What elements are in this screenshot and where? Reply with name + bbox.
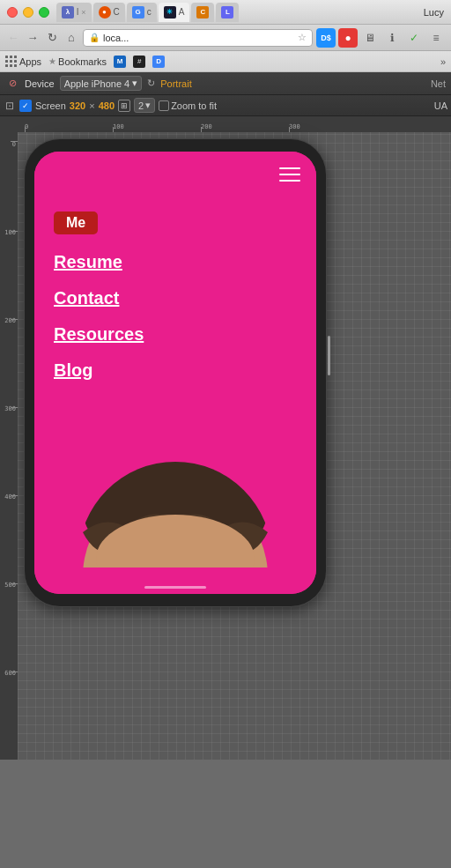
tab-1[interactable]: λ l × [56,3,92,22]
tab-6[interactable]: L [216,3,239,22]
bookmark-star-icon: ★ [48,56,56,66]
portrait-label: Portrait [160,78,191,89]
toolbar-shield-icon[interactable]: ✓ [404,28,424,48]
apps-label: Apps [19,56,41,67]
toolbar-info-icon[interactable]: ℹ [382,28,402,48]
device-label: Device [25,78,55,89]
screen-height[interactable]: 480 [99,100,115,111]
title-bar: λ l × ● C G c ✳ A C L Lucy [0,0,451,25]
phone-frame: Me Resume Contact Resources Blog [25,139,451,606]
dpr-dropdown-icon: ▾ [145,100,151,111]
zoom-label: Zoom to fit [171,100,217,111]
apps-grid-icon [5,56,18,68]
controls-bar: ⊡ ✓ Screen 320 × 480 ⊞ 2 ▾ Zoom to fit U… [0,95,451,116]
tab-5-icon: C [196,6,209,19]
h-ruler-200: 200 [201,123,212,130]
url-bar: ← → ↻ ⌂ 🔒 loca... ☆ D$ ● 🖥 ℹ ✓ ≡ [0,25,451,51]
device-select[interactable]: Apple iPhone 4 ▾ [60,76,143,91]
bm-blue-icon: M [114,56,126,68]
url-lock-icon: 🔒 [89,33,100,42]
portrait-svg [78,462,272,568]
back-button[interactable]: ← [5,30,21,46]
site-content: Me Resume Contact Resources Blog [34,152,316,594]
bm-hash-icon: # [133,56,145,68]
bookmarks-dash[interactable]: D [152,56,165,68]
dpr-value: 2 [138,100,144,111]
rotate-icon[interactable]: ↻ [147,78,155,89]
devtools-bar: ⊘ Device Apple iPhone 4 ▾ ↻ Portrait Net [0,72,451,95]
devtools-no-entry-icon[interactable]: ⊘ [5,77,19,91]
tab-4-icon: ✳ [164,6,176,19]
portrait-image [78,462,272,568]
toolbar-icons: D$ ● 🖥 ℹ ✓ ≡ [316,28,446,48]
reload-button[interactable]: ↻ [44,30,60,46]
url-field[interactable]: 🔒 loca... ☆ [83,29,313,47]
tab-1-icon: λ [62,6,74,19]
tab-1-close[interactable]: × [81,8,85,17]
tab-6-icon: L [221,6,233,19]
hamburger-line-3 [279,180,300,182]
nav-link-blog[interactable]: Blog [54,360,144,381]
nav-link-resources[interactable]: Resources [54,324,144,345]
zoom-icon[interactable]: ⊞ [118,100,130,112]
tab-strip: λ l × ● C G c ✳ A C L [56,3,239,22]
device-value: Apple iPhone 4 [64,78,130,89]
screen-label: Screen [35,100,66,111]
tab-2-icon: ● [99,6,111,19]
device-dropdown-icon: ▾ [132,78,137,89]
toolbar-das-icon[interactable]: D$ [316,28,336,48]
viewport-wrapper: 0 100 200 300 400 500 600 0 100 200 [0,116,451,760]
zoom-to-fit[interactable]: Zoom to fit [159,100,217,111]
url-star-icon: ☆ [298,32,307,43]
screen-separator: × [89,100,94,111]
screen-checkbox[interactable]: ✓ [19,100,32,112]
tab-4-label: A [179,7,185,17]
horizontal-ruler: 0 100 200 300 [18,116,451,132]
tab-2[interactable]: ● C [93,3,125,22]
bookmarks-blue[interactable]: M [114,56,126,68]
toolbar-list-icon[interactable]: ≡ [426,28,446,48]
bookmarks-apps[interactable]: Apps [5,56,41,68]
nav-link-resume[interactable]: Resume [54,252,144,272]
ua-label: UA [434,100,447,111]
network-label: Net [431,78,446,89]
nav-link-me[interactable]: Me [54,211,98,234]
tab-4[interactable]: ✳ A [159,3,190,22]
hamburger-line-2 [279,174,300,175]
tab-5[interactable]: C [191,3,214,22]
nav-link-contact[interactable]: Contact [54,288,144,308]
tab-3-icon: G [132,6,144,19]
nav-menu: Me Resume Contact Resources Blog [54,211,144,381]
bookmarks-hash[interactable]: # [133,56,145,68]
close-button[interactable] [7,7,18,18]
toolbar-red-icon[interactable]: ● [338,28,358,48]
tab-1-label: l [77,7,78,17]
screen-width[interactable]: 320 [70,100,85,111]
bookmarks-label: Bookmarks [58,56,107,67]
bookmarks-main[interactable]: ★ Bookmarks [48,56,107,67]
maximize-button[interactable] [39,7,49,18]
dpr-select[interactable]: 2 ▾ [134,98,155,113]
tab-2-label: C [114,7,120,17]
hamburger-line-1 [279,167,300,169]
toolbar-monitor-icon[interactable]: 🖥 [360,28,380,48]
h-ruler-100: 100 [113,123,124,130]
tab-3[interactable]: G c [127,3,157,22]
bm-dash-icon: D [152,56,165,68]
url-text: loca... [103,33,129,43]
scroll-indicator[interactable] [328,336,330,375]
traffic-lights [7,7,49,18]
ruler-icon[interactable]: ⊡ [4,100,16,112]
hamburger-menu[interactable] [279,167,300,182]
minimize-button[interactable] [23,7,33,18]
forward-button[interactable]: → [25,30,41,46]
tab-3-label: c [147,7,152,17]
zoom-checkbox[interactable] [159,100,169,111]
browser-window: λ l × ● C G c ✳ A C L Lucy [0,0,451,760]
profile-name: Lucy [424,7,444,18]
h-ruler-300: 300 [289,123,300,130]
bookmarks-bar: Apps ★ Bookmarks M # D » [0,51,451,72]
home-button[interactable]: ⌂ [63,30,79,46]
bookmarks-more[interactable]: » [440,56,446,67]
phone-screen: Me Resume Contact Resources Blog [34,152,316,594]
